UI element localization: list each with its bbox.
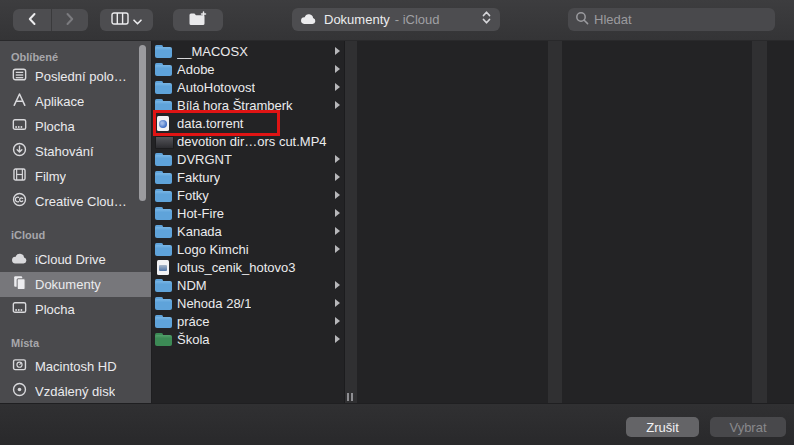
file-row[interactable]: Hot-Fire xyxy=(152,204,344,222)
folder-icon xyxy=(155,151,172,168)
desktop-icon xyxy=(11,299,28,320)
chevron-right-icon xyxy=(335,281,340,289)
updown-chevron-icon xyxy=(481,10,492,29)
sidebar-item-label: Creative Clou… xyxy=(35,194,127,209)
folder-icon xyxy=(155,169,172,186)
file-row-data-torrent[interactable]: data.torrent xyxy=(152,114,344,132)
chevron-right-icon xyxy=(335,65,340,73)
sidebar-item-label: Vzdálený disk xyxy=(35,384,115,399)
recents-icon xyxy=(11,66,28,87)
sidebar-item-recents[interactable]: Poslední polo… xyxy=(0,64,151,89)
cloud-icon xyxy=(300,11,317,29)
documents-icon xyxy=(11,274,28,295)
search-icon xyxy=(575,11,589,29)
file-row[interactable]: DVRGNT xyxy=(152,150,344,168)
sidebar-item-icloud-drive[interactable]: iCloud Drive xyxy=(0,247,151,272)
column-divider xyxy=(548,41,562,403)
sidebar-item-remote-disc[interactable]: Vzdálený disk xyxy=(0,379,151,403)
chevron-right-icon xyxy=(335,47,340,55)
chevron-right-icon xyxy=(335,335,340,343)
folder-icon xyxy=(155,295,172,312)
document-file-icon xyxy=(155,259,172,276)
sidebar-item-applications[interactable]: Aplikace xyxy=(0,89,151,114)
video-file-icon xyxy=(155,133,172,150)
file-row[interactable]: Nehoda 28/1 xyxy=(152,294,344,312)
new-folder-button[interactable] xyxy=(173,9,223,31)
file-row[interactable]: Adobe xyxy=(152,60,344,78)
sidebar-item-label: iCloud Drive xyxy=(35,252,106,267)
macintosh-hd-icon xyxy=(11,356,28,377)
remote-disc-icon xyxy=(11,381,28,402)
chevron-right-icon xyxy=(335,173,340,181)
sidebar-item-label: Aplikace xyxy=(35,94,84,109)
sidebar-item-label: Plocha xyxy=(35,119,75,134)
column-divider xyxy=(752,41,767,403)
green-folder-icon xyxy=(155,331,172,348)
view-mode-button[interactable] xyxy=(100,9,153,31)
file-row[interactable]: Kanada xyxy=(152,222,344,240)
file-row[interactable]: devotion dir…ors cut.MP4 xyxy=(152,132,344,150)
folder-icon xyxy=(155,97,172,114)
folder-icon xyxy=(155,223,172,240)
sidebar-scrollbar[interactable] xyxy=(139,45,146,201)
file-row[interactable]: Fotky xyxy=(152,186,344,204)
file-row[interactable]: AutoHotovost xyxy=(152,78,344,96)
chevron-down-icon xyxy=(133,13,142,28)
sidebar-item-label: Poslední polo… xyxy=(35,69,127,84)
file-row[interactable]: práce xyxy=(152,312,344,330)
icloud-drive-icon xyxy=(11,251,28,269)
footer-bar: Zrušit Vybrat xyxy=(0,403,794,445)
search-input[interactable] xyxy=(594,12,770,27)
file-row[interactable]: lotus_cenik_hotovo3 xyxy=(152,258,344,276)
sidebar-item-label: Dokumenty xyxy=(35,277,101,292)
sidebar-item-desktop[interactable]: Plocha xyxy=(0,114,151,139)
sidebar-item-documents[interactable]: Dokumenty xyxy=(0,272,151,297)
file-row[interactable]: NDM xyxy=(152,276,344,294)
folder-icon xyxy=(155,79,172,96)
file-row[interactable]: Bílá hora Štramberk xyxy=(152,96,344,114)
creative-cloud-icon xyxy=(11,191,28,212)
cancel-button[interactable]: Zrušit xyxy=(626,417,699,437)
sidebar-section-locations: Místa xyxy=(0,336,151,350)
chevron-right-icon xyxy=(335,209,340,217)
chevron-right-icon xyxy=(335,191,340,199)
file-row[interactable]: Škola xyxy=(152,330,344,348)
folder-icon xyxy=(155,313,172,330)
search-field[interactable] xyxy=(568,8,775,31)
chevron-right-icon xyxy=(335,317,340,325)
chevron-right-icon xyxy=(335,245,340,253)
location-dropdown[interactable]: Dokumenty - iCloud xyxy=(292,8,500,31)
column-resize-handle[interactable] xyxy=(347,393,355,401)
file-picker-dialog: Dokumenty - iCloud Oblíbené Poslední pol… xyxy=(0,0,794,445)
sidebar-section-icloud: iCloud xyxy=(0,228,151,242)
sidebar-item-downloads[interactable]: Stahování xyxy=(0,139,151,164)
folder-icon xyxy=(155,277,172,294)
chevron-right-icon xyxy=(65,12,75,29)
chevron-right-icon xyxy=(335,155,340,163)
file-row[interactable]: __MACOSX xyxy=(152,42,344,60)
sidebar-item-label: Macintosh HD xyxy=(35,359,117,374)
folder-icon xyxy=(155,43,172,60)
file-row[interactable]: Faktury xyxy=(152,168,344,186)
location-secondary: - iCloud xyxy=(395,12,440,27)
sidebar-item-desktop-icloud[interactable]: Plocha xyxy=(0,297,151,322)
sidebar-item-macintosh-hd[interactable]: Macintosh HD xyxy=(0,354,151,379)
sidebar-item-label: Filmy xyxy=(35,169,66,184)
file-list: __MACOSX Adobe AutoHotovost Bílá hora Št… xyxy=(152,42,344,348)
back-button[interactable] xyxy=(13,9,51,31)
chevron-right-icon xyxy=(335,101,340,109)
downloads-icon xyxy=(11,141,28,162)
chevron-left-icon xyxy=(27,12,37,29)
sidebar-item-label: Plocha xyxy=(35,302,75,317)
sidebar-item-movies[interactable]: Filmy xyxy=(0,164,151,189)
file-row[interactable]: Logo Kimchi xyxy=(152,240,344,258)
choose-button[interactable]: Vybrat xyxy=(710,417,786,437)
movies-icon xyxy=(11,166,28,187)
sidebar-item-creative-cloud[interactable]: Creative Clou… xyxy=(0,189,151,214)
chevron-right-icon xyxy=(335,299,340,307)
forward-button[interactable] xyxy=(52,9,88,31)
folder-icon xyxy=(155,187,172,204)
desktop-icon xyxy=(11,116,28,137)
columns-view-icon xyxy=(111,12,129,28)
applications-icon xyxy=(11,91,28,112)
